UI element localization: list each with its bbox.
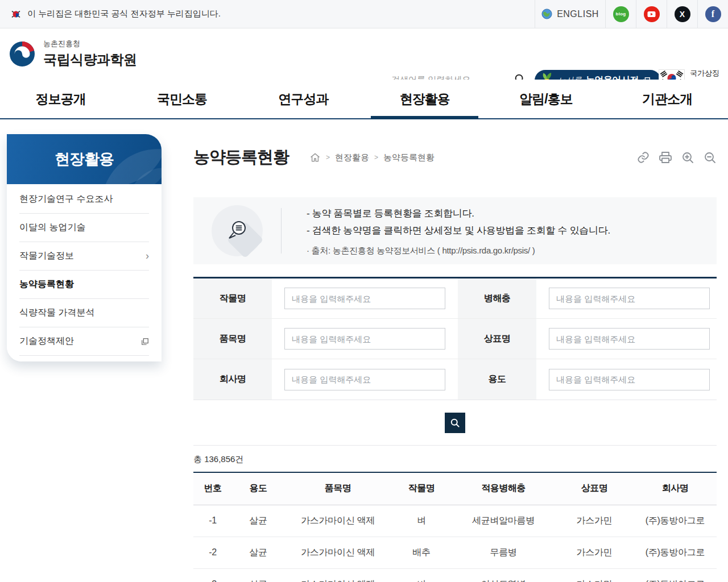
official-site-notice: 이 누리집은 대한민국 공식 전자정부 누리집입니다. [27,9,221,19]
zoom-in-icon[interactable] [681,151,694,164]
breadcrumb-separator: > [326,153,330,161]
sidebar-item-tech-policy-proposal[interactable]: 기술정책제안 [19,327,149,356]
copy-link-icon[interactable] [636,151,650,164]
official-site-badge: 이 누리집은 대한민국 공식 전자정부 누리집입니다. [0,9,535,20]
cell-target-pest: 이삭도열병 [452,568,555,582]
breadcrumb-field-application[interactable]: 현장활용 [335,152,369,163]
usage-cell [536,359,717,400]
nav-item-news-pr[interactable]: 알림/홍보 [485,80,606,118]
sidebar-menu: 현장기술연구 수요조사 이달의 농업기술 작물기술정보 › 농약등록현황 식량작… [7,184,162,361]
crop-name-cell [272,278,458,318]
breadcrumb-separator: > [374,153,378,161]
nav-item-field-application[interactable]: 현장활용 [364,80,485,118]
x-twitter-icon: X [675,6,690,22]
breadcrumb-current: 농약등록현황 [383,152,435,163]
cell-usage: 살균 [232,568,284,582]
col-brand-name: 상표명 [555,472,634,505]
notice-line-2: - 검색한 농약명을 클릭하면 상세정보 및 사용방법을 조회할 수 있습니다. [307,222,610,239]
company-name-input[interactable] [284,369,445,390]
main-nav: 정보공개 국민소통 연구성과 현장활용 알림/홍보 기관소개 [0,80,728,119]
nav-item-public-communication[interactable]: 국민소통 [121,80,242,118]
pesticide-search-form: 작물명 병해충 품목명 상표명 회사명 [193,277,717,400]
sidebar-item-label: 식량작물 가격분석 [19,307,94,319]
crop-name-label: 작물명 [193,278,272,318]
pesticide-results-table: 번호 용도 품목명 작물명 적용병해충 상표명 회사명 -1 살균 가스가마이신… [193,472,717,582]
facebook-link[interactable]: f [697,0,728,28]
sidebar-item-label: 이달의 농업기술 [19,222,85,234]
globe-icon [541,9,552,19]
nav-item-research-results[interactable]: 연구성과 [243,80,364,118]
korea-flag-badge-icon [10,9,22,20]
cell-item-name[interactable]: 가스가마이신 액제 [284,505,391,537]
cell-company-name: (주)동방아그로 [634,568,717,582]
table-row[interactable]: -1 살균 가스가마이신 액제 벼 세균벼알마름병 가스가민 (주)동방아그로 [193,505,717,537]
col-item-name: 품목명 [284,472,391,505]
col-number: 번호 [193,472,232,505]
zoom-out-icon[interactable] [703,151,717,164]
table-row[interactable]: -2 살균 가스가마이신 액제 배추 무름병 가스가민 (주)동방아그로 [193,537,717,568]
nav-item-about[interactable]: 기관소개 [607,80,728,118]
youtube-link[interactable] [636,0,667,28]
page-notice-box: - 농약 품목별로 등록현황을 조회합니다. - 검색한 농약명을 클릭하면 상… [193,197,717,264]
form-search-button[interactable] [445,413,465,433]
sidebar-item-field-research-survey[interactable]: 현장기술연구 수요조사 [19,185,149,214]
national-symbol-line1: 국가상징 [690,68,719,78]
cell-company-name: (주)동방아그로 [634,505,717,537]
cell-number: -3 [193,568,232,582]
cell-item-name[interactable]: 가스가마이신 액제 [284,537,391,568]
site-name-block: 농촌진흥청 국립식량과학원 [43,39,137,69]
item-name-cell [272,319,458,359]
cell-item-name[interactable]: 가스가마이신 액제 [284,568,391,582]
notice-source: · 출처: 농촌진흥청 농약정보서비스 ( http://psis.rda.go… [307,246,610,256]
sidebar-title: 현장활용 [55,149,114,169]
sidebar-item-label: 기술정책제안 [19,335,74,347]
usage-input[interactable] [549,369,710,390]
form-row-3: 회사명 용도 [193,359,717,400]
sidebar-item-crop-tech-info[interactable]: 작물기술정보 › [19,242,149,271]
brand-name-input[interactable] [549,328,710,350]
sidebar-item-pesticide-registration[interactable]: 농약등록현황 [19,271,149,299]
cell-brand-name: 가스가민 [555,505,634,537]
col-target-pest: 적용병해충 [452,472,555,505]
language-switch[interactable]: ENGLISH [535,0,605,28]
page: 이 누리집은 대한민국 공식 전자정부 누리집입니다. ENGLISH blog [0,0,728,582]
cell-company-name: (주)동방아그로 [634,537,717,568]
page-title-row: 농약등록현황 > 현장활용 > 농약등록현황 [193,145,717,170]
blog-link[interactable]: blog [605,0,636,28]
cell-usage: 살균 [232,537,284,568]
sidebar-item-label: 농약등록현황 [19,278,74,290]
cell-brand-name: 가스가민 [555,568,634,582]
x-twitter-link[interactable]: X [667,0,697,28]
brand-name-cell [536,319,717,359]
main-content: 농약등록현황 > 현장활용 > 농약등록현황 [193,145,717,582]
cell-target-pest: 무름병 [452,537,555,568]
cell-usage: 살균 [232,505,284,537]
brand-name-label: 상표명 [458,319,536,359]
language-label: ENGLISH [557,9,599,19]
notice-icon-wrap [193,205,281,256]
company-name-label: 회사명 [193,359,272,400]
cell-target-pest: 세균벼알마름병 [452,505,555,537]
top-notice-bar: 이 누리집은 대한민국 공식 전자정부 누리집입니다. ENGLISH blog [0,0,728,28]
site-header: 농촌진흥청 국립식량과학원 농사로 농업용어사전 [0,28,728,80]
site-logo[interactable]: 농촌진흥청 국립식량과학원 [8,39,137,69]
notice-line-1: - 농약 품목별로 등록현황을 조회합니다. [307,205,610,222]
cell-crop-name: 배추 [391,537,452,568]
pest-label: 병해충 [458,278,536,318]
cell-brand-name: 가스가민 [555,537,634,568]
cell-crop-name: 벼 [391,505,452,537]
table-header-row: 번호 용도 품목명 작물명 적용병해충 상표명 회사명 [193,472,717,505]
item-name-input[interactable] [284,328,445,350]
print-icon[interactable] [659,151,672,164]
table-row[interactable]: -3 살균 가스가마이신 액제 벼 이삭도열병 가스가민 (주)동방아그로 [193,568,717,582]
pest-input[interactable] [549,288,710,309]
nav-item-info-disclosure[interactable]: 정보공개 [0,80,121,118]
sidebar-item-crop-price-analysis[interactable]: 식량작물 가격분석 [19,299,149,327]
sidebar-item-monthly-agri-tech[interactable]: 이달의 농업기술 [19,214,149,242]
home-icon[interactable] [309,152,321,163]
crop-name-input[interactable] [284,288,445,309]
form-row-2: 품목명 상표명 [193,319,717,359]
page-title: 농약등록현황 [193,146,289,169]
government-emblem-icon [8,40,36,68]
site-name: 국립식량과학원 [43,51,137,69]
